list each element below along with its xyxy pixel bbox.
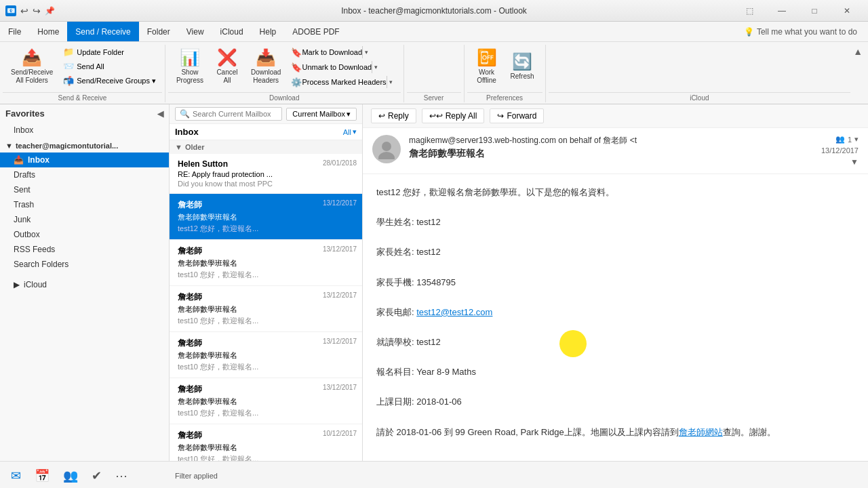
mark-download-icon: 🔖	[291, 47, 302, 58]
search-input[interactable]	[193, 110, 277, 118]
sidebar-item-rss[interactable]: RSS Feeds	[0, 242, 169, 257]
triangle-icon: ▼	[175, 143, 182, 151]
menu-send-receive[interactable]: Send / Receive	[67, 22, 138, 41]
reply-all-label: Reply All	[446, 111, 477, 121]
nav-people-icon[interactable]: 👥	[60, 466, 81, 486]
email-item-6[interactable]: 詹老師 10/12/2017 詹老師數學班報名 test10 您好，歡迎報名..…	[170, 424, 362, 461]
bottom-area: ✉ 📅 👥 ✔ ⋯ Filter applied Connected □ ⬜ +…	[0, 461, 868, 488]
email-date-6: 10/12/2017	[323, 430, 357, 437]
reply-button[interactable]: ↩ Reply	[371, 108, 416, 123]
process-marked-arrow[interactable]: ▾	[387, 76, 395, 88]
forward-label: Forward	[507, 111, 536, 121]
sidebar-item-sent[interactable]: Sent	[0, 182, 169, 197]
unmark-download-arrow[interactable]: ▾	[372, 61, 380, 73]
process-marked-headers-button[interactable]: ⚙️ Process Marked Headers ▾	[288, 75, 397, 89]
ribbon-group-send-receive: 📤 Send/ReceiveAll Folders 📁 Update Folde…	[3, 43, 162, 104]
sidebar-item-trash[interactable]: Trash	[0, 197, 169, 212]
nav-more-icon[interactable]: ⋯	[113, 466, 130, 486]
reply-all-button[interactable]: ↩↩ Reply All	[422, 108, 485, 123]
refresh-button[interactable]: 🔄 Refresh	[505, 45, 540, 88]
email-meta: magikemw@server193.web-hosting.com on be…	[363, 128, 868, 174]
mark-to-download-button[interactable]: 🔖 Mark to Download ▾	[288, 45, 397, 60]
sidebar-item-inbox-fav[interactable]: Inbox	[0, 123, 169, 138]
send-receive-groups-button[interactable]: 📬 Send/Receive Groups ▾	[60, 75, 159, 87]
search-icon: 🔍	[180, 109, 190, 119]
sidebar-item-icloud[interactable]: ▶ iCloud	[0, 277, 169, 292]
inbox-list-title: Inbox	[175, 127, 199, 137]
filter-label: All	[343, 128, 351, 136]
svg-point-0	[382, 142, 391, 151]
account-toggle-row[interactable]: ▼ teacher@magicmontutorial...	[5, 142, 118, 150]
sidebar-item-search-folders[interactable]: Search Folders	[0, 257, 169, 272]
email-item-5[interactable]: 詹老師 13/12/2017 詹老師數學班報名 test10 您好，歡迎報名..…	[170, 378, 362, 424]
close-button[interactable]: ✕	[831, 0, 863, 22]
menu-adobe[interactable]: ADOBE PDF	[284, 22, 347, 41]
menu-view[interactable]: View	[178, 22, 212, 41]
email-item-1[interactable]: 詹老師 13/12/2017 詹老師數學班報名 test12 您好，歡迎報名..…	[170, 194, 362, 240]
forward-button[interactable]: ↪ Forward	[490, 108, 544, 123]
maximize-button[interactable]: □	[799, 0, 830, 22]
email-subject-0: RE: Apply fraud protection ...	[178, 170, 357, 178]
download-headers-button[interactable]: 📥 DownloadHeaders	[245, 45, 286, 88]
nav-calendar-icon[interactable]: 📅	[32, 466, 52, 486]
menu-file[interactable]: File	[0, 22, 29, 41]
group-label: Older	[185, 143, 205, 151]
sidebar-item-outbox[interactable]: Outbox	[0, 227, 169, 242]
sent-label: Sent	[14, 185, 31, 195]
mark-download-label: Mark to Download	[302, 48, 362, 56]
email-item-3[interactable]: 詹老師 13/12/2017 詹老師數學班報名 test10 您好，歡迎報名..…	[170, 286, 362, 332]
unmark-download-label: Unmark to Download	[302, 63, 372, 71]
work-offline-button[interactable]: 📴 WorkOffline	[470, 45, 504, 88]
mark-download-arrow[interactable]: ▾	[362, 46, 370, 58]
menu-folder[interactable]: Folder	[139, 22, 178, 41]
nav-mail-icon[interactable]: ✉	[8, 466, 24, 486]
menu-home[interactable]: Home	[29, 22, 67, 41]
favorites-collapse[interactable]: ◀	[157, 109, 163, 119]
undo-button[interactable]: ↩	[20, 5, 28, 16]
ribbon-collapse-button[interactable]: ▲	[853, 46, 863, 57]
filter-applied-label: Filter applied	[170, 472, 223, 480]
ribbon-group-download-title: Download	[168, 92, 401, 104]
forward-icon: ↪	[497, 111, 504, 121]
website-link[interactable]: 詹老師網站	[679, 427, 723, 437]
email-reading-pane: ↩ Reply ↩↩ Reply All ↪ Forward magikemw@…	[363, 104, 868, 461]
email-link[interactable]: test12@test12.com	[416, 307, 492, 317]
email-item-4[interactable]: 詹老師 13/12/2017 詹老師數學班報名 test10 您好，歡迎報名..…	[170, 332, 362, 378]
unmark-to-download-button[interactable]: 🔖 Unmark to Download ▾	[288, 60, 397, 75]
recipients-icon: 👥	[835, 135, 845, 144]
update-folder-button[interactable]: 📁 Update Folder	[60, 45, 159, 58]
email-preview-6: test10 您好，歡迎報名...	[178, 454, 327, 461]
inbox-filter-button[interactable]: All ▾	[343, 127, 357, 136]
filter-arrow: ▾	[353, 127, 357, 136]
account-label: teacher@magicmontutorial...	[16, 142, 118, 150]
mailbox-arrow-icon: ▾	[347, 110, 351, 119]
redo-button[interactable]: ↪	[33, 5, 41, 16]
tell-me-text: Tell me what you want to do	[757, 27, 857, 37]
sidebar-item-drafts[interactable]: Drafts	[0, 167, 169, 182]
tell-me-bar[interactable]: 💡 Tell me what you want to do	[744, 27, 868, 37]
work-offline-icon: 📴	[477, 48, 497, 67]
recipients-arrow[interactable]: ▾	[854, 135, 859, 144]
cancel-all-button[interactable]: ❌ CancelAll	[210, 45, 244, 88]
show-progress-button[interactable]: 📊 ShowProgress	[171, 45, 209, 88]
menu-help[interactable]: Help	[252, 22, 285, 41]
send-all-button[interactable]: 📨 Send All	[60, 60, 159, 73]
pin-button[interactable]: 📌	[45, 6, 55, 16]
send-receive-all-button[interactable]: 📤 Send/ReceiveAll Folders	[5, 45, 58, 88]
inbox-list-header: Inbox All ▾	[170, 124, 362, 140]
sidebar-item-junk[interactable]: Junk	[0, 212, 169, 227]
email-item-2[interactable]: 詹老師 13/12/2017 詹老師數學班報名 test10 您好，歡迎報名..…	[170, 240, 362, 286]
sidebar-item-inbox[interactable]: 📥 Inbox	[0, 152, 169, 167]
expand-button[interactable]: ▼	[850, 157, 859, 167]
minimize-button[interactable]: —	[766, 0, 797, 22]
menu-icloud[interactable]: iCloud	[212, 22, 252, 41]
mailbox-dropdown-button[interactable]: Current Mailbox ▾	[286, 108, 357, 121]
process-marked-label: Process Marked Headers	[302, 78, 386, 86]
email-item-0[interactable]: Helen Sutton 28/01/2018 RE: Apply fraud …	[170, 154, 362, 194]
body-parent-name: 家長姓名: test12	[376, 245, 854, 260]
nav-tasks-icon[interactable]: ✔	[89, 466, 104, 486]
restore-button[interactable]: ⬚	[734, 0, 765, 22]
email-preview-2: test10 您好，歡迎報名...	[178, 270, 327, 280]
sidebar: Favorites ◀ Inbox ▼ teacher@magicmontuto…	[0, 104, 170, 461]
inbox-label: Inbox	[28, 155, 50, 165]
